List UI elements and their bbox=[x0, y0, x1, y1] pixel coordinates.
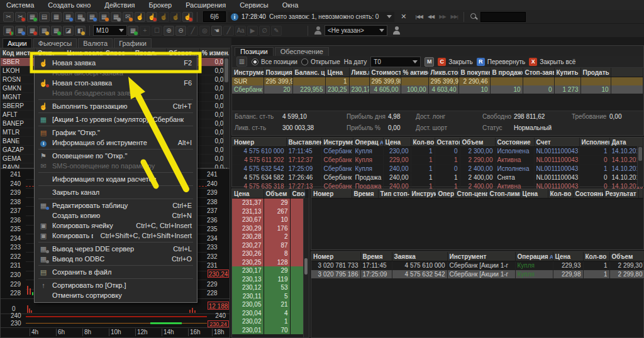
search-input[interactable] bbox=[480, 12, 526, 22]
ruler-icon[interactable]: ╱ bbox=[187, 26, 198, 36]
cancel-order-hand-icon[interactable]: ☝ bbox=[147, 12, 157, 22]
watchlist-tab[interactable]: Валюта bbox=[78, 38, 113, 48]
target-icon[interactable]: ◎ bbox=[199, 26, 210, 36]
orderbook-row[interactable]: 230,282 bbox=[232, 232, 305, 241]
chart-window-icon[interactable]: ▤ bbox=[39, 12, 50, 22]
export-schedule-icon[interactable]: ▦ bbox=[99, 12, 109, 22]
position-row[interactable]: SUR295 399,98 1295 399,98 295 399,982 29… bbox=[232, 77, 643, 86]
orderbook-row[interactable]: 230,29176 bbox=[232, 224, 305, 233]
close-icon[interactable]: ✕ bbox=[401, 13, 406, 21]
context-menu-item[interactable]: Вывод через DDE сервер Ctrl+L bbox=[35, 244, 197, 254]
trader-select[interactable]: <Не указан> bbox=[325, 25, 387, 36]
watchlist-tab[interactable]: Акции bbox=[3, 38, 32, 48]
orders-table-icon[interactable]: ▦ bbox=[27, 26, 38, 36]
orderbook-row[interactable]: 230,115 bbox=[232, 292, 305, 301]
orderbook-row[interactable]: 231,13267 bbox=[232, 207, 305, 216]
interval-select[interactable]: M10 bbox=[93, 25, 127, 36]
table-window-icon[interactable]: ▦ bbox=[63, 12, 74, 22]
brush-icon[interactable]: ✎ bbox=[271, 26, 282, 36]
stop-order-hand-icon[interactable]: ☝ bbox=[182, 12, 193, 22]
order-row[interactable]: 4 575 611 20217:12:37Сбербанк Купля229,0… bbox=[232, 156, 643, 165]
context-menu-item[interactable]: Сортировать по [Откр.] bbox=[35, 280, 197, 290]
positions-tab[interactable]: Обеспечение bbox=[275, 47, 329, 56]
context-menu-item[interactable]: Копировать ячейку Ctrl+C, Ctrl+Insert bbox=[35, 221, 197, 231]
fullscreen-icon[interactable]: ☐ bbox=[152, 26, 162, 36]
limits-table-icon[interactable]: ▦ bbox=[15, 26, 26, 36]
hide-icon[interactable]: ∅ bbox=[259, 26, 270, 36]
context-menu-item[interactable]: Оповещение по "Откр." bbox=[35, 151, 197, 161]
orderbook-row[interactable]: 230,0521 bbox=[232, 300, 305, 309]
connect-icon[interactable]: ✂ bbox=[3, 12, 14, 22]
reverse-position-button[interactable]: RПеревернуть bbox=[477, 58, 526, 66]
context-menu-item[interactable]: Новая заявка F2 bbox=[35, 58, 197, 68]
status-bar[interactable]: i 17:28:40 Снято заявок: 1, невозможно с… bbox=[228, 12, 394, 22]
context-menu-item[interactable]: График "Откр." bbox=[35, 128, 197, 138]
context-menu-item[interactable]: Информация по кодам расчетов bbox=[35, 174, 197, 184]
orderbook-row[interactable]: 230,268 bbox=[232, 249, 305, 258]
orderbook-row[interactable]: 230,021 bbox=[232, 317, 305, 326]
order-row[interactable]: 4 575 632 54217:25:09Сбербанк Купля240,0… bbox=[232, 165, 643, 173]
message-icon[interactable]: ✉ bbox=[123, 12, 133, 22]
context-menu-item[interactable]: [Акции 1-го уровня (эмулятор)] Сбербанк bbox=[35, 114, 197, 124]
context-menu-item[interactable]: Новая безадресная заявка bbox=[35, 88, 197, 98]
menu-item[interactable]: Система bbox=[6, 1, 34, 9]
orderbook-row[interactable]: 230,044 bbox=[232, 309, 305, 318]
context-menu-item[interactable]: Закрыть канал bbox=[35, 187, 197, 197]
close-position-button[interactable]: CЗакрыть bbox=[438, 58, 473, 66]
hand-tool-icon[interactable]: ☚ bbox=[211, 26, 222, 36]
orderbook-row[interactable]: 230,13119 bbox=[232, 275, 305, 284]
order-row[interactable]: 4 575 634 58217:26:46Сбербанк Продажа240… bbox=[232, 173, 643, 182]
portfolio-icon[interactable]: ◪ bbox=[63, 26, 74, 36]
orderbook-scrollbar[interactable] bbox=[303, 198, 309, 337]
play-icon[interactable]: ▶ bbox=[247, 26, 258, 36]
watchlist-tab[interactable]: Фьючерсы bbox=[33, 38, 77, 48]
watchlist-tab[interactable]: Графики bbox=[114, 38, 152, 48]
menu-item[interactable]: Расширения bbox=[186, 1, 226, 9]
copy-table-icon[interactable]: ▥ bbox=[236, 57, 247, 67]
table-settings-icon[interactable]: ▦ bbox=[87, 12, 97, 22]
menu-item[interactable]: Сервисы bbox=[240, 1, 269, 9]
orderbook-row[interactable]: 230,25128 bbox=[232, 258, 305, 267]
add-indicator-icon[interactable]: ▦ bbox=[128, 26, 138, 36]
order-row[interactable]: 4 575 610 00017:11:45Сбербанк Купля230,0… bbox=[232, 147, 643, 156]
money-icon[interactable]: ◧ bbox=[75, 26, 86, 36]
prev-page-icon[interactable]: ◀◀ bbox=[428, 14, 434, 19]
new-order-hand-icon[interactable]: ☝ bbox=[135, 12, 145, 22]
margin-button[interactable]: M bbox=[425, 57, 434, 67]
radio-open-positions[interactable]: Открытые bbox=[301, 58, 340, 65]
first-page-icon[interactable]: |◀◀ bbox=[416, 14, 423, 19]
context-menu-item[interactable]: Информация об инструменте Alt+I bbox=[35, 138, 197, 148]
user-icon[interactable] bbox=[392, 26, 401, 35]
close-all-button[interactable]: XЗакрыть всё bbox=[529, 58, 575, 66]
move-order-hand-icon[interactable]: ☝ bbox=[170, 12, 181, 22]
trade-row[interactable]: 3 020 795 18617:25:094 575 632 542 Сберб… bbox=[311, 270, 644, 279]
zoom-out-icon[interactable]: ⊖ bbox=[175, 26, 186, 36]
zoom-in-icon[interactable]: ⊕ bbox=[164, 26, 174, 36]
last-page-icon[interactable]: ▶▶| bbox=[451, 14, 458, 19]
positions-tab[interactable]: Позиции bbox=[235, 47, 274, 56]
position-row[interactable]: Сбербанк20229,955 230,25230,174 605,00 1… bbox=[232, 85, 643, 94]
context-menu-item[interactable]: SMS-оповещение по параметру bbox=[35, 161, 197, 171]
menu-item[interactable]: Действия bbox=[104, 1, 135, 9]
orderbook-row[interactable]: 230,1253 bbox=[232, 283, 305, 292]
search-icon[interactable] bbox=[470, 13, 478, 21]
trader-clear-icon[interactable] bbox=[314, 26, 322, 35]
context-menu-item[interactable]: Редактировать таблицу Ctrl+E bbox=[35, 200, 197, 210]
context-menu-item[interactable]: Вывод по ODBC Ctrl+O bbox=[35, 254, 197, 264]
orderbook-row[interactable]: 230,1729 bbox=[232, 266, 305, 275]
replace-order-hand-icon[interactable]: ☝ bbox=[158, 12, 169, 22]
orderbook-row[interactable]: 230,6710 bbox=[232, 215, 305, 224]
menu-item[interactable]: Окна bbox=[282, 1, 299, 9]
context-menu-item[interactable]: Копировать все Ctrl+Shift+C, Ctrl+Shift+… bbox=[35, 231, 197, 241]
context-menu-item[interactable]: Выполнить транзакцию Ctrl+T bbox=[35, 101, 197, 111]
orders-scrollbar[interactable] bbox=[637, 146, 643, 187]
trade-row[interactable]: 3 020 781 73317:11:454 575 610 000 Сберб… bbox=[311, 261, 644, 270]
context-menu-item[interactable]: Сохранить в файл bbox=[35, 267, 197, 277]
text-tool-icon[interactable]: Aa bbox=[235, 26, 246, 36]
table-export-icon[interactable]: ▦ bbox=[75, 12, 86, 22]
date-select[interactable]: T0 bbox=[370, 57, 421, 67]
orderbook-row[interactable]: 231,3729 bbox=[232, 199, 305, 207]
download-icon[interactable]: ▦ bbox=[111, 12, 121, 22]
orderbook-row[interactable]: 230,0170 bbox=[232, 326, 305, 335]
context-menu-item[interactable]: Новая стоп-заявка F6 bbox=[35, 78, 197, 88]
